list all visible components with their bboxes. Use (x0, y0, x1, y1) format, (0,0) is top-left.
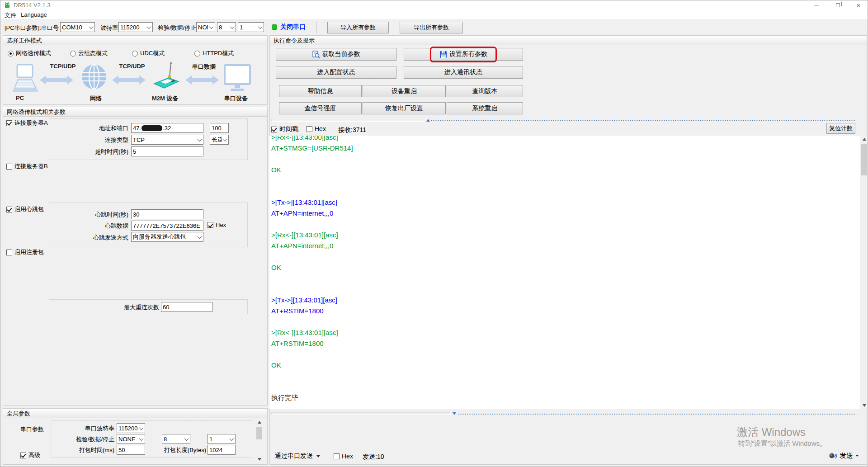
log-top-splitter[interactable] (271, 118, 859, 123)
work-mode-header: 选择工作模式 (3, 36, 267, 45)
scroll-up-icon[interactable] (861, 136, 868, 143)
send-via-dropdown[interactable]: 通过串口发送 (275, 452, 320, 460)
checkbox-register[interactable]: 启用注册包 (6, 248, 44, 256)
log-line: >[Rx<-][13:43:00][asc] (271, 136, 860, 143)
checkbox-hb-hex[interactable]: Hex (208, 222, 226, 228)
left-panel-scrollbar[interactable] (256, 419, 263, 463)
splitter-collapse-icon[interactable] (453, 412, 456, 415)
glob-databits-select[interactable]: 8 (162, 434, 190, 444)
toolbar-separator (316, 22, 317, 33)
checkbox-server-a[interactable]: 连接服务器A (6, 119, 48, 127)
timeout-input[interactable] (131, 146, 203, 156)
signal-strength-button[interactable]: 查信号强度 (279, 102, 362, 114)
restore-button[interactable] (828, 0, 847, 10)
checkbox-icon (208, 222, 213, 228)
chevron-down-icon (228, 434, 235, 443)
import-params-button[interactable]: 导入所有参数 (327, 22, 389, 33)
close-port-button[interactable]: 关闭串口 (280, 23, 306, 31)
checkbox-advanced[interactable]: 高级 (20, 451, 40, 459)
log-line: >[Tx->][13:43:01][asc] (271, 295, 860, 306)
radio-httpd-mode[interactable]: HTTPD模式 (194, 49, 234, 57)
get-params-button[interactable]: 获取当前参数 (276, 48, 396, 61)
menu-bar: 文件 Language (0, 10, 868, 20)
splitter-collapse-icon[interactable] (426, 119, 430, 122)
radio-cloud-mode[interactable]: 云组态模式 (70, 49, 108, 57)
log-bottom-splitter[interactable] (271, 412, 859, 416)
system-reboot-button[interactable]: 系统重启 (447, 102, 523, 114)
com-port-select[interactable]: COM10 (60, 22, 95, 32)
serial-params-label: 串口参数 (20, 425, 44, 434)
send-button[interactable]: 发送 (828, 451, 859, 460)
arrow-icon (40, 75, 73, 85)
help-info-button[interactable]: 帮助信息 (279, 85, 362, 97)
minimize-button[interactable] (807, 0, 826, 10)
addr-port-label: 地址和端口 (49, 124, 128, 132)
stopbits-select[interactable]: 1 (238, 22, 264, 32)
menu-file[interactable]: 文件 (5, 11, 16, 19)
baud-select[interactable]: 115200 (118, 22, 153, 32)
checkbox-timestamp[interactable]: 时间戳 (271, 125, 298, 133)
log-line: >[Tx->][13:43:01][asc] (271, 197, 860, 208)
checkbox-icon (6, 207, 12, 212)
conn-type-select[interactable]: TCP (131, 135, 203, 145)
search-doc-icon (312, 51, 320, 58)
pack-len-input[interactable] (208, 445, 236, 455)
enter-config-button[interactable]: 进入配置状态 (276, 66, 396, 79)
scroll-up-icon[interactable] (256, 419, 263, 426)
network-caption: 网络 (90, 94, 102, 103)
checkbox-server-b[interactable]: 连接服务器B (6, 162, 48, 170)
checkbox-icon (6, 164, 12, 170)
databits-select[interactable]: 8 (217, 22, 236, 32)
hb-data-input[interactable] (131, 221, 203, 231)
set-params-button[interactable]: 设置所有参数 (404, 48, 523, 61)
enter-comm-button[interactable]: 进入通讯状态 (404, 66, 523, 79)
checkbox-send-hex[interactable]: Hex (334, 453, 353, 460)
scroll-down-icon[interactable] (256, 456, 263, 463)
serial-toolbar: [PC串口参数]:串口号 COM10 波特率 115200 检验/数据/停止 N… (0, 20, 868, 35)
hb-mode-select[interactable]: 向服务器发送心跳包 (131, 232, 203, 242)
glob-stopbits-select[interactable]: 1 (208, 434, 236, 444)
reconnect-label: 最大重连次数 (49, 303, 159, 311)
query-version-button[interactable]: 查询版本 (447, 85, 523, 97)
pack-time-label: 打包时间(ms) (51, 446, 114, 454)
chevron-down-icon (196, 135, 203, 144)
activate-windows-watermark-sub: 转到“设置”以激活 Windows。 (738, 439, 826, 448)
conn-mode-select[interactable]: 长连接 (210, 135, 229, 145)
timeout-label: 超时时间(秒) (49, 148, 128, 156)
scroll-down-icon[interactable] (861, 402, 868, 409)
scrollbar-thumb[interactable] (861, 144, 867, 175)
splitter-dots (430, 120, 856, 122)
log-line: OK (271, 262, 860, 273)
pack-time-input[interactable] (117, 445, 145, 455)
server-a-box: 地址和端口 47. .32 连接类型 TCP 长连接 超时时间(秒) (49, 118, 248, 160)
scrollbar-thumb[interactable] (256, 427, 262, 439)
log-area[interactable]: >[Rx<-][13:43:00][asc]AT+STMSG=[USR-DR51… (269, 136, 860, 409)
export-params-button[interactable]: 导出所有参数 (400, 22, 463, 33)
checkbox-log-hex[interactable]: Hex (307, 125, 326, 132)
parity-select[interactable]: NONI (196, 22, 215, 32)
menu-language[interactable]: Language (21, 11, 47, 18)
hb-time-input[interactable] (131, 209, 203, 219)
heartbeat-box: 心跳时间(秒) 心跳数据 Hex 心跳发送方式 向服务器发送心跳包 (49, 203, 248, 247)
close-button[interactable]: × (849, 0, 868, 10)
send-horn-icon (828, 451, 837, 460)
glob-baud-label: 串口波特率 (51, 425, 114, 433)
radio-udc-mode[interactable]: UDC模式 (132, 49, 165, 57)
activate-windows-watermark: 激活 Windows (737, 425, 806, 439)
checkbox-heartbeat[interactable]: 启用心跳包 (6, 205, 44, 213)
server-address-input[interactable]: 47. .32 (131, 123, 203, 133)
server-port-input[interactable] (210, 123, 229, 133)
factory-reset-button[interactable]: 恢复出厂设置 (363, 102, 446, 114)
save-floppy-icon (439, 51, 447, 58)
radio-net-transparent-mode[interactable]: 网络透传模式 (8, 49, 51, 57)
log-scrollbar[interactable] (861, 136, 868, 409)
reset-counter-button[interactable]: 复位计数 (826, 123, 855, 134)
chevron-down-icon (88, 23, 94, 32)
glob-parity-select[interactable]: NONE (117, 434, 145, 444)
device-reboot-button[interactable]: 设备重启 (363, 85, 446, 97)
splitter-dots (458, 413, 856, 415)
reconnect-input[interactable] (161, 302, 212, 312)
log-line: 执行完毕 (271, 392, 860, 403)
glob-baud-select[interactable]: 115200 (117, 423, 145, 433)
log-line: OK (271, 165, 860, 175)
